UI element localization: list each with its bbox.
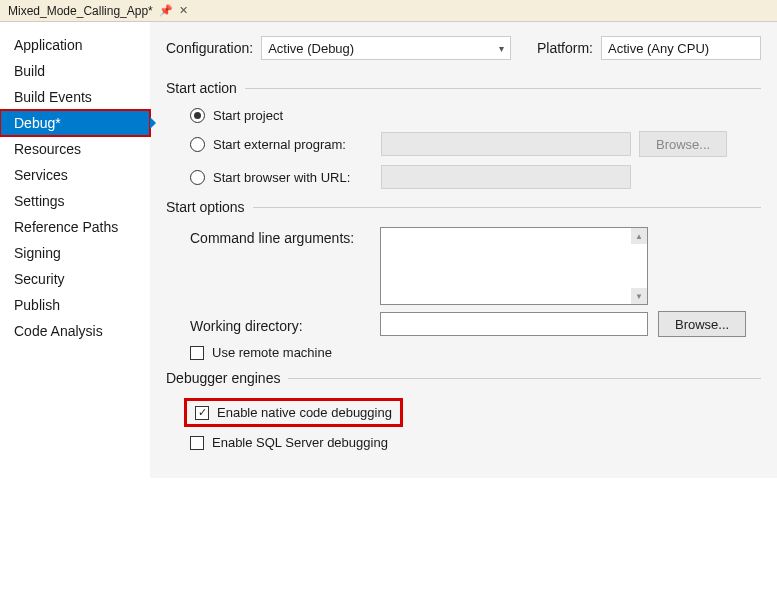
configuration-label: Configuration:: [166, 40, 253, 56]
start-browser-radio[interactable]: [190, 170, 205, 185]
start-action-heading: Start action: [166, 80, 237, 96]
scroll-up-icon[interactable]: ▲: [631, 228, 647, 244]
sidebar-item-publish[interactable]: Publish: [0, 292, 150, 318]
sidebar-item-build-events[interactable]: Build Events: [0, 84, 150, 110]
scroll-down-icon[interactable]: ▼: [631, 288, 647, 304]
enable-native-label: Enable native code debugging: [217, 405, 392, 420]
divider: [245, 88, 761, 89]
tab-bar: Mixed_Mode_Calling_App* 📌 ✕: [0, 0, 777, 22]
use-remote-label: Use remote machine: [212, 345, 332, 360]
sidebar-item-application[interactable]: Application: [0, 32, 150, 58]
start-project-label: Start project: [213, 108, 283, 123]
configuration-combo[interactable]: Active (Debug) ▾: [261, 36, 511, 60]
configuration-value: Active (Debug): [268, 41, 354, 56]
platform-label: Platform:: [537, 40, 593, 56]
pin-icon[interactable]: 📌: [159, 4, 173, 17]
sidebar-item-settings[interactable]: Settings: [0, 188, 150, 214]
enable-native-checkbox[interactable]: ✓: [195, 406, 209, 420]
cmd-args-label: Command line arguments:: [190, 227, 370, 246]
close-icon[interactable]: ✕: [179, 4, 188, 17]
platform-combo[interactable]: Active (Any CPU): [601, 36, 761, 60]
sidebar-item-resources[interactable]: Resources: [0, 136, 150, 162]
start-options-heading: Start options: [166, 199, 245, 215]
working-dir-input[interactable]: [380, 312, 648, 336]
debugger-engines-heading: Debugger engines: [166, 370, 280, 386]
sidebar-item-code-analysis[interactable]: Code Analysis: [0, 318, 150, 344]
sidebar-item-signing[interactable]: Signing: [0, 240, 150, 266]
working-dir-label: Working directory:: [190, 315, 370, 334]
start-browser-label: Start browser with URL:: [213, 170, 373, 185]
content-panel: Configuration: Active (Debug) ▾ Platform…: [150, 22, 777, 478]
sidebar-item-services[interactable]: Services: [0, 162, 150, 188]
start-browser-input[interactable]: [381, 165, 631, 189]
sidebar-item-build[interactable]: Build: [0, 58, 150, 84]
enable-sql-label: Enable SQL Server debugging: [212, 435, 388, 450]
divider: [253, 207, 761, 208]
sidebar-item-debug[interactable]: Debug*: [0, 110, 150, 136]
document-tab[interactable]: Mixed_Mode_Calling_App* 📌 ✕: [0, 0, 196, 21]
sidebar-item-reference-paths[interactable]: Reference Paths: [0, 214, 150, 240]
platform-value: Active (Any CPU): [608, 41, 709, 56]
start-project-radio[interactable]: [190, 108, 205, 123]
divider: [288, 378, 761, 379]
cmd-args-textarea[interactable]: ▲ ▼: [380, 227, 648, 305]
use-remote-checkbox[interactable]: [190, 346, 204, 360]
sidebar: Application Build Build Events Debug* Re…: [0, 22, 150, 478]
start-external-input[interactable]: [381, 132, 631, 156]
browse-external-button[interactable]: Browse...: [639, 131, 727, 157]
browse-working-dir-button[interactable]: Browse...: [658, 311, 746, 337]
start-external-radio[interactable]: [190, 137, 205, 152]
tab-title: Mixed_Mode_Calling_App*: [8, 4, 153, 18]
highlight-enable-native: ✓ Enable native code debugging: [184, 398, 403, 427]
start-external-label: Start external program:: [213, 137, 373, 152]
enable-sql-checkbox[interactable]: [190, 436, 204, 450]
chevron-down-icon: ▾: [499, 43, 504, 54]
sidebar-item-security[interactable]: Security: [0, 266, 150, 292]
